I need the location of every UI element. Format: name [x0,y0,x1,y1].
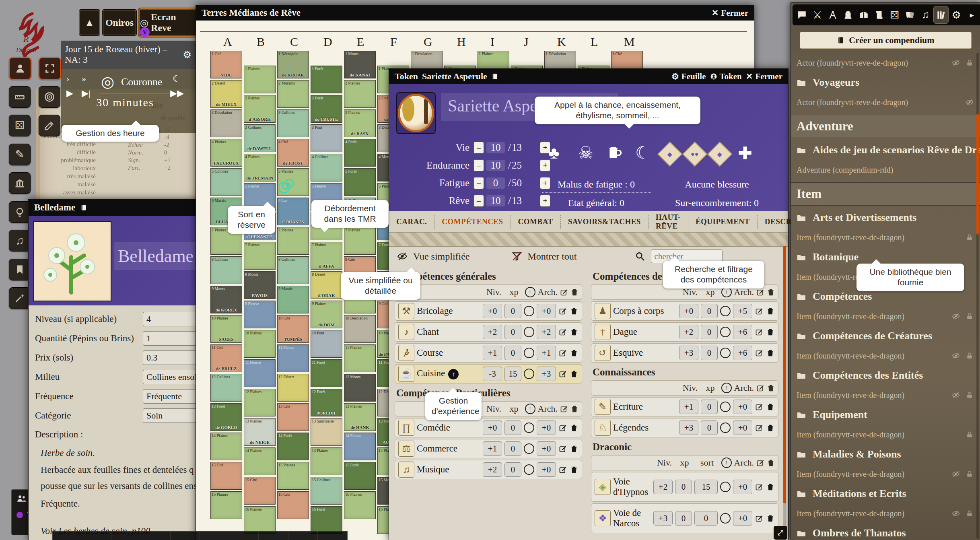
skill-xp[interactable]: 0 [701,304,718,318]
skill-row-course[interactable]: Course+10+1 [395,343,582,363]
trash-icon[interactable] [570,445,579,453]
field-value[interactable]: 1 [143,331,199,346]
skill-row-cuisine[interactable]: ☕Cuisine↑-315+3 [395,364,582,383]
calendar-settings-icon[interactable]: ⚙ [183,49,191,60]
levelup-all-icon[interactable]: ↑ [721,287,732,297]
potion-badge-3[interactable]: ◆ [707,142,732,167]
skill-xp[interactable]: 0 [504,420,521,435]
levelup-all-icon[interactable]: ↑ [525,404,535,414]
tmr-cell-B16[interactable]: 16 Plaines [244,506,276,534]
tmr-cell-D3[interactable]: 3 Pont [311,124,342,152]
edit-icon[interactable] [755,483,764,491]
skill-name[interactable]: Commerce [417,443,480,454]
skill-roll-circle[interactable] [720,513,731,524]
edit-icon[interactable] [756,288,764,296]
edit-icon[interactable] [755,307,764,315]
belledame-image[interactable] [33,221,111,301]
tool-ruler-button[interactable] [9,86,31,108]
tmr-cell-B14[interactable]: 14 Plaines [244,447,276,475]
tmr-cell-E15[interactable]: 15 Forêt [344,462,376,490]
tmr-cell-E12[interactable]: 12 Monts [344,374,376,402]
night-icon[interactable]: ☾ [173,74,181,84]
tmr-cell-A5[interactable]: 5 Collines [210,168,242,196]
compendium-pack[interactable]: Item (foundryvtt-reve-de-dragon) [791,346,980,366]
compendium-folder[interactable]: Ombres de Thanatos [791,524,980,540]
skill-niv[interactable]: +1 [679,400,698,414]
skill-niv[interactable]: +3 [653,511,673,526]
edit-icon[interactable] [756,459,764,467]
tab--quipement[interactable]: ÉQUIPEMENT [688,215,758,229]
tmr-cell-E1[interactable]: 1 Montsde KANAÏ [344,51,376,78]
levelup-all-icon[interactable]: ↑ [721,458,732,468]
trash-icon[interactable] [570,405,579,413]
tmr-cell-E5[interactable]: 5 Forêt [344,168,376,196]
tmr-cell-D7[interactable]: 7 Plainesd'AFFA [311,242,342,270]
tmr-cell-D2[interactable]: 2 Forêtde TRUSTE [311,95,342,123]
tool-target-button[interactable] [39,86,60,108]
tmr-cell-C4[interactable]: 4 Citéde FROST [277,139,309,167]
trash-icon[interactable] [570,349,579,357]
tmr-cell-C11[interactable]: 11 Fleuve [277,344,309,372]
skill-row-bricolage[interactable]: ⚒Bricolage+00+0 [395,301,582,321]
skill-name[interactable]: Légendes [613,423,677,433]
compendium-pack[interactable]: Item (foundryvtt-reve-de-dragon) [791,503,980,524]
map-close-button[interactable]: ✕ Fermer [712,8,748,18]
stat-value[interactable]: 0 [486,177,505,189]
tmr-cell-C15[interactable]: 15 Plaines [277,462,309,490]
sidebar-tab-books[interactable] [934,6,948,23]
trash-icon[interactable] [767,459,775,467]
tab-carac-[interactable]: CARAC. [389,215,434,229]
tmr-cell-D15[interactable]: 15 Collines [311,477,342,505]
skill-name[interactable]: Course [417,348,480,358]
sidebar-collapse-caret[interactable]: ▸ [965,6,979,23]
skill-niv[interactable]: +0 [483,304,502,318]
tmr-cell-E10[interactable]: 10 Désolation [344,315,376,343]
stat-value[interactable]: 10 [486,195,505,206]
trash-icon[interactable] [766,514,775,522]
tmr-cell-D8[interactable]: 8 Désertd'ODAK [311,271,342,299]
tmr-cell-B4[interactable]: 4 Plainesde TREMAIN [244,154,276,181]
skill-niv[interactable]: +2 [679,325,698,339]
tool-music-button[interactable]: ♫ [9,230,31,251]
skill-name[interactable]: Esquive [613,348,677,358]
edit-icon[interactable] [558,349,567,357]
tmr-cell-D13[interactable]: 13 Sanctuaire [311,418,342,446]
encaissement-icon[interactable]: ☠ [578,144,593,161]
sheet-config-button[interactable]: ⚙ Feuille [671,72,706,82]
skill-name[interactable]: Comédie [417,423,480,433]
tmr-cell-C8[interactable]: 8 Collines [277,256,309,284]
tmr-cell-C9[interactable]: 9 Marais [277,286,309,313]
edit-icon[interactable] [755,349,764,357]
compendium-folder[interactable]: Arts et Divertissements [791,208,980,227]
skill-name[interactable]: Voie d'Hypnos [613,476,651,497]
tool-person-button[interactable] [9,57,31,80]
tmr-cell-D12[interactable]: 12 ForêtBOREDIE [311,389,342,416]
sidebar-tab-gear[interactable]: ⚙ [949,6,964,23]
skill-sort[interactable]: 15 [694,480,718,494]
tmr-cell-A12[interactable]: 12 Collines [210,374,242,402]
compendium-folder[interactable]: Aides de jeu de scenarios Rêve de Dragon… [791,140,980,160]
stat-decrease-button[interactable]: – [474,195,484,207]
skill-name[interactable]: Chant [417,327,480,337]
tmr-cell-B15[interactable]: 15 Cité [244,477,276,505]
compendium-folder[interactable]: Compétences des Entités [791,366,980,385]
edit-icon[interactable] [558,370,567,378]
tmr-cell-A14[interactable]: 14 Plaines [210,433,242,460]
trash-icon[interactable] [766,307,775,315]
skill-row-esquive[interactable]: ↺Esquive+30+6 [591,343,778,363]
tool-wand-button[interactable] [9,287,31,309]
edit-icon[interactable] [755,514,764,522]
tmr-cell-B9[interactable]: 9 Fleuve [244,301,276,328]
skill-row-légendes[interactable]: ♘Légendes+30+0 [591,418,778,437]
sidebar-tab-scroll[interactable] [872,6,886,23]
edit-icon[interactable] [756,384,764,392]
compendium-pack[interactable]: Item (foundryvtt-reve-de-dragon) [791,227,980,247]
tmr-cell-B13[interactable]: 13 Plainesde NEIGE [244,418,276,446]
skill-row-dague[interactable]: †Dague+20+6 [591,322,778,342]
time-forward-icon[interactable]: ▶▶ [170,88,184,99]
tmr-cell-C2[interactable]: 2 Morains [277,80,309,108]
time-fastskip-icon[interactable]: » [82,74,86,84]
compendium-pack[interactable]: Item (foundryvtt-reve-de-dragon) [791,306,980,326]
tmr-cell-E16[interactable]: 16 Plaines [344,491,376,519]
tmr-cell-D14[interactable]: 14 Plaines [311,447,342,475]
